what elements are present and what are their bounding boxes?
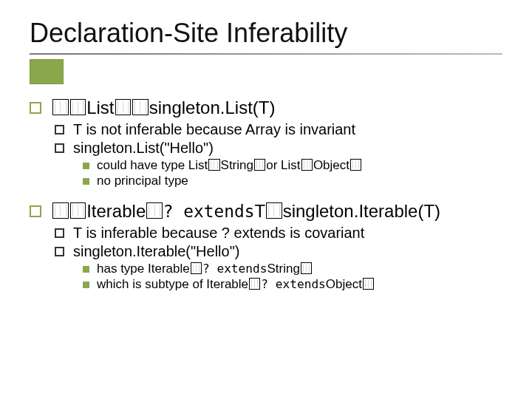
bullet-level2: T is not inferable because Array is inva…: [55, 121, 502, 138]
text-fragment: could have type List: [97, 158, 208, 172]
square-solid-bullet-icon: [83, 178, 89, 185]
bullet2-sub1: T is inferable because ? extends is cova…: [73, 225, 502, 242]
bullet1-sub1: T is not inferable because Array is inva…: [73, 121, 502, 138]
tofu-icon: [191, 262, 202, 274]
text-fragment: singleton.List(T): [149, 98, 276, 117]
bullet2-sub2-sub1: has type Iterable? extendsString: [97, 262, 502, 276]
extends-label: ? extends: [202, 262, 267, 276]
text-fragment: String: [221, 158, 253, 172]
bullet2-sub2-sub2: which is subtype of Iterable? extendsObj…: [97, 277, 502, 292]
bullet-level2: singleton.List("Hello"): [55, 140, 502, 157]
text-fragment: Object: [326, 277, 362, 291]
tofu-icon: [249, 278, 260, 290]
bullet-level2: singleton.Iterable("Hello"): [55, 243, 502, 260]
square-open-bullet-small-icon: [55, 143, 64, 153]
bullet1-sub2-sub1: could have type ListStringor ListObject: [97, 158, 502, 173]
square-open-bullet-small-icon: [55, 228, 64, 238]
square-open-bullet-small-icon: [55, 247, 64, 256]
tofu-icon: [266, 202, 282, 219]
extends-label: ? extends: [261, 277, 325, 291]
tofu-icon: [350, 159, 361, 171]
bullet-level1: Iterable? extendsTsingleton.Iterable(T): [30, 201, 502, 222]
text-fragment: has type Iterable: [97, 262, 190, 276]
text-fragment: which is subtype of Iterable: [97, 277, 248, 291]
text-fragment: T: [254, 201, 265, 221]
slide: Declaration-Site Inferability Listsingle…: [0, 0, 532, 399]
text-fragment: singleton.Iterable(T): [283, 201, 440, 221]
square-open-bullet-icon: [30, 102, 41, 114]
extends-label: ? extends: [163, 202, 255, 221]
bullet1-text: Listsingleton.List(T): [52, 98, 502, 118]
text-fragment: List: [86, 98, 114, 117]
tofu-icon: [70, 99, 86, 116]
tofu-icon: [363, 278, 374, 290]
text-fragment: Iterable: [86, 201, 146, 221]
text-fragment: Object: [313, 158, 349, 172]
bullet-level3: has type Iterable? extendsString: [83, 262, 502, 276]
square-solid-bullet-icon: [83, 282, 89, 288]
bullet-level3: no principal type: [83, 174, 502, 188]
spacer: [30, 189, 502, 197]
tofu-icon: [254, 159, 265, 171]
bullet1-sub2: singleton.List("Hello"): [73, 140, 502, 157]
slide-title: Declaration-Site Inferability: [30, 18, 502, 49]
square-solid-bullet-icon: [83, 266, 89, 273]
bullet1-sub2-sub2: no principal type: [97, 174, 502, 188]
accent-block: [30, 59, 64, 84]
title-rule: [30, 53, 502, 55]
square-open-bullet-small-icon: [55, 125, 64, 134]
bullet-level3: which is subtype of Iterable? extendsObj…: [83, 277, 502, 292]
bullet-level2: T is inferable because ? extends is cova…: [55, 225, 502, 242]
bullet2-text: Iterable? extendsTsingleton.Iterable(T): [52, 201, 502, 222]
bullet2-sub2: singleton.Iterable("Hello"): [73, 243, 502, 260]
square-solid-bullet-icon: [83, 163, 89, 169]
text-fragment: or List: [266, 158, 300, 172]
tofu-icon: [52, 99, 69, 116]
tofu-icon: [146, 202, 163, 219]
tofu-icon: [52, 202, 69, 219]
text-fragment: String: [267, 262, 299, 276]
square-open-bullet-icon: [30, 205, 41, 217]
bullet-level1: Listsingleton.List(T): [30, 98, 502, 118]
tofu-icon: [301, 159, 313, 171]
tofu-icon: [301, 262, 312, 274]
tofu-icon: [208, 159, 219, 171]
tofu-icon: [70, 202, 86, 219]
tofu-icon: [115, 99, 132, 116]
bullet-level3: could have type ListStringor ListObject: [83, 158, 502, 173]
tofu-icon: [132, 99, 149, 116]
